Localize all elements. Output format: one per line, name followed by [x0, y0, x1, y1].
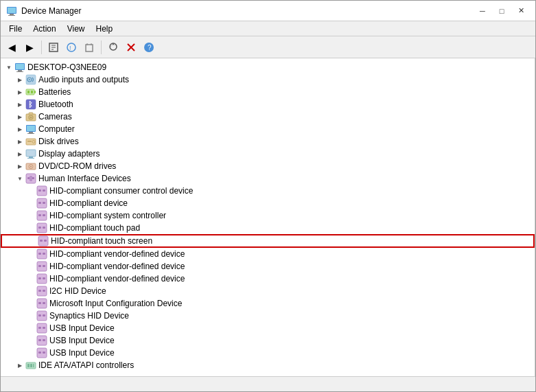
usb2-icon — [36, 335, 47, 346]
hid-vendor2-label: HID-compliant vendor-defined device — [49, 262, 185, 271]
svg-point-48 — [30, 166, 32, 168]
svg-rect-52 — [30, 176, 32, 181]
cameras-icon — [25, 111, 36, 122]
tree-usb3[interactable]: USB Input Device — [1, 347, 535, 359]
toolbar-delete[interactable] — [123, 39, 139, 56]
svg-rect-69 — [38, 253, 41, 255]
display-icon — [25, 148, 36, 159]
display-expand-icon[interactable] — [14, 148, 25, 159]
toolbar-scan[interactable] — [105, 39, 121, 56]
tree-hid-touchscreen[interactable]: HID-compliant touch screen — [1, 234, 535, 248]
tree-hid-vendor3[interactable]: HID-compliant vendor-defined device — [1, 273, 535, 285]
minimize-button[interactable]: ─ — [474, 4, 491, 18]
tree-hid-consumer[interactable]: HID-compliant consumer control device — [1, 185, 535, 197]
svg-rect-20 — [18, 70, 22, 71]
usb1-icon — [36, 323, 47, 334]
usb1-label: USB Input Device — [49, 323, 115, 333]
i2c-label: I2C HID Device — [49, 286, 106, 296]
tree-hid-vendor2[interactable]: HID-compliant vendor-defined device — [1, 260, 535, 273]
computer-icon — [14, 62, 25, 73]
computer-expand-icon[interactable] — [14, 124, 25, 135]
synaptics-label: Synaptics HID Device — [49, 311, 129, 321]
hid-touchpad-label: HID-compliant touch pad — [49, 223, 140, 233]
svg-rect-85 — [43, 314, 45, 316]
ide-expand-icon[interactable] — [14, 360, 25, 371]
root-label: DESKTOP-Q3NEE09 — [27, 62, 106, 72]
svg-rect-1 — [10, 14, 14, 15]
svg-rect-90 — [38, 339, 41, 341]
tree-display[interactable]: Display adapters — [1, 148, 535, 160]
tree-ide[interactable]: IDE ATA/ATAPI controllers — [1, 359, 535, 371]
tree-hid-vendor1[interactable]: HID-compliant vendor-defined device — [1, 248, 535, 260]
tree-usb2[interactable]: USB Input Device — [1, 334, 535, 347]
cameras-expand-icon[interactable] — [14, 111, 25, 122]
computer-dev-icon — [25, 124, 36, 135]
usb3-icon — [36, 347, 47, 358]
hid-vendor3-expand-icon — [25, 273, 36, 284]
i2c-expand-icon — [25, 286, 36, 297]
tree-cameras[interactable]: Cameras — [1, 111, 535, 123]
dvd-icon — [25, 161, 36, 172]
tree-disk[interactable]: Disk drives — [1, 135, 535, 148]
bluetooth-expand-icon[interactable] — [14, 99, 25, 110]
menu-action[interactable]: Action — [27, 23, 61, 35]
hid-label: Human Interface Devices — [38, 174, 131, 183]
svg-rect-96 — [27, 364, 30, 367]
hid-device-icon — [36, 198, 47, 209]
svg-rect-21 — [16, 71, 23, 72]
toolbar-help[interactable]: ? — [141, 39, 157, 56]
close-button[interactable]: ✕ — [512, 4, 530, 18]
audio-expand-icon[interactable] — [14, 74, 25, 85]
device-tree[interactable]: DESKTOP-Q3NEE09 Audio inputs and outputs — [1, 58, 535, 376]
svg-rect-97 — [30, 364, 32, 367]
synaptics-expand-icon — [25, 310, 36, 321]
tree-i2c[interactable]: I2C HID Device — [1, 285, 535, 297]
hid-vendor3-label: HID-compliant vendor-defined device — [49, 274, 185, 284]
root-expand-icon[interactable] — [3, 62, 14, 73]
batteries-icon — [25, 87, 36, 97]
toolbar-update-driver[interactable]: ! — [63, 39, 80, 56]
main-area: DESKTOP-Q3NEE09 Audio inputs and outputs — [1, 58, 535, 376]
i2c-icon — [36, 286, 47, 297]
tree-usb1[interactable]: USB Input Device — [1, 322, 535, 334]
toolbar-separator-1 — [41, 41, 42, 54]
status-bar — [1, 376, 535, 391]
menu-view[interactable]: View — [62, 23, 91, 35]
tree-hid-system[interactable]: HID-compliant system controller — [1, 209, 535, 222]
maximize-button[interactable]: □ — [493, 4, 511, 18]
dvd-expand-icon[interactable] — [14, 161, 25, 172]
svg-rect-93 — [38, 351, 41, 354]
batteries-expand-icon[interactable] — [14, 87, 25, 97]
device-manager-window: Device Manager ─ □ ✕ File Action View He… — [0, 0, 536, 392]
bluetooth-label: Bluetooth — [38, 100, 73, 109]
toolbar-forward[interactable]: ▶ — [21, 39, 38, 56]
tree-bluetooth[interactable]: ᛒ Bluetooth — [1, 98, 535, 111]
microsoft-input-label: Microsoft Input Configuration Device — [49, 299, 182, 308]
tree-hid[interactable]: Human Interface Devices — [1, 172, 535, 185]
tree-computer[interactable]: Computer — [1, 123, 535, 135]
tree-hid-touchpad[interactable]: HID-compliant touch pad — [1, 222, 535, 234]
tree-microsoft-input[interactable]: Microsoft Input Configuration Device — [1, 297, 535, 310]
tree-dvd[interactable]: DVD/CD-ROM drives — [1, 160, 535, 172]
menu-help[interactable]: Help — [91, 23, 119, 35]
hid-touchscreen-expand-icon — [27, 235, 38, 246]
tree-synaptics[interactable]: Synaptics HID Device — [1, 310, 535, 322]
svg-rect-55 — [43, 189, 45, 192]
svg-rect-94 — [43, 351, 45, 354]
disk-icon — [25, 136, 36, 147]
menu-file[interactable]: File — [3, 23, 27, 35]
title-bar: Device Manager ─ □ ✕ — [1, 1, 535, 21]
toolbar-uninstall[interactable] — [81, 39, 97, 56]
hid-expand-icon[interactable] — [14, 173, 25, 184]
svg-rect-35 — [29, 113, 33, 115]
toolbar-properties[interactable] — [45, 39, 62, 56]
tree-audio[interactable]: Audio inputs and outputs — [1, 73, 535, 86]
tree-hid-device[interactable]: HID-compliant device — [1, 197, 535, 209]
tree-root[interactable]: DESKTOP-Q3NEE09 — [1, 61, 535, 73]
hid-consumer-icon — [36, 185, 47, 196]
svg-rect-78 — [38, 290, 41, 292]
svg-rect-67 — [44, 240, 47, 242]
tree-batteries[interactable]: Batteries — [1, 86, 535, 98]
disk-expand-icon[interactable] — [14, 136, 25, 147]
toolbar-back[interactable]: ◀ — [3, 39, 20, 56]
